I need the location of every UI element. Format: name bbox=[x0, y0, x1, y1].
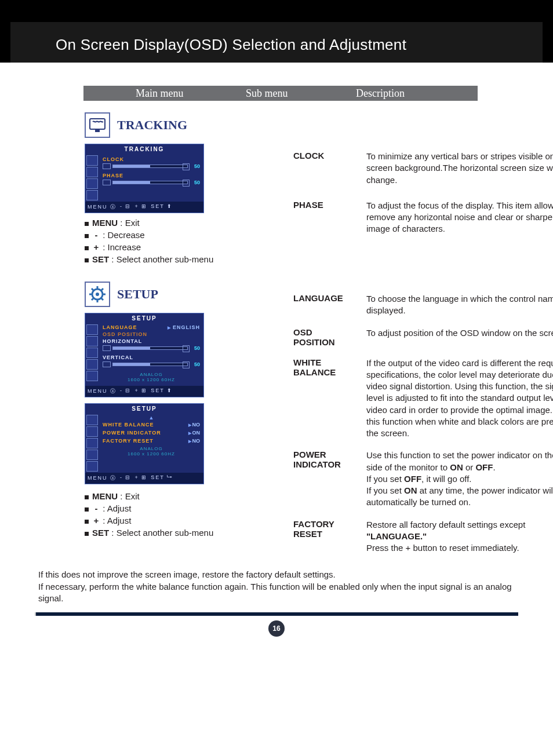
monitor-icon bbox=[85, 112, 110, 138]
col-main: Main menu bbox=[136, 86, 184, 101]
svg-line-7 bbox=[92, 288, 93, 290]
divider bbox=[35, 612, 518, 616]
sub-language-label: LANGUAGE bbox=[293, 293, 363, 317]
svg-line-9 bbox=[92, 298, 93, 300]
column-header-bar: Main menu Sub menu Description bbox=[83, 86, 478, 101]
svg-line-8 bbox=[101, 298, 103, 300]
sub-osdpos-desc: To adjust position of the OSD window on … bbox=[366, 327, 553, 347]
osd-clock-label: CLOCK bbox=[103, 156, 200, 162]
tracking-legend: MENU : Exit - : Decrease + : Increase SE… bbox=[85, 217, 293, 265]
osd-setup2-panel: SETUP ▲ WHITE BALANCENO POWER INDICATORO… bbox=[85, 403, 204, 484]
osd-footer-set: SET ⬆ bbox=[151, 203, 173, 211]
osd-phase-label: PHASE bbox=[103, 173, 200, 178]
setup-section: SETUP SETUP LANGUAGEENGLISH OSD POSITION… bbox=[85, 282, 518, 554]
tracking-left: TRACKING TRACKING CLOCK 50 PHASE 50 MENU… bbox=[85, 112, 293, 265]
page-title: On Screen Display(OSD) Selection and Adj… bbox=[56, 36, 406, 54]
osd-clock-value: 50 bbox=[190, 163, 200, 169]
page-number: 16 bbox=[268, 620, 285, 637]
sub-phase-desc: To adjust the focus of the display. This… bbox=[366, 200, 553, 235]
sub-phase-label: PHASE bbox=[293, 200, 363, 235]
sub-language-desc: To choose the language in which the cont… bbox=[366, 293, 553, 317]
osd-footer-minus: - ⊟ bbox=[120, 203, 132, 211]
setup-legend: MENU : Exit - : Adjust + : Adjust SET : … bbox=[85, 490, 293, 539]
svg-point-11 bbox=[96, 293, 99, 296]
svg-rect-1 bbox=[95, 130, 100, 132]
sub-fr-desc: Restore all factory default settings exc… bbox=[366, 519, 553, 554]
osd-footer-plus: + ⊞ bbox=[135, 203, 148, 211]
sub-clock-desc: To minimize any vertical bars or stripes… bbox=[366, 151, 553, 186]
sub-clock-label: CLOCK bbox=[293, 151, 363, 186]
col-desc: Description bbox=[356, 86, 405, 101]
osd-phase-value: 50 bbox=[190, 180, 200, 185]
page-number-wrap: 16 bbox=[0, 620, 553, 637]
content: Main menu Sub menu Description TRACKING … bbox=[0, 63, 553, 554]
sub-wb-label: WHITE BALANCE bbox=[293, 357, 363, 440]
osd2-title: SETUP bbox=[85, 404, 203, 414]
svg-line-10 bbox=[101, 288, 103, 290]
osd-setup1-panel: SETUP LANGUAGEENGLISH OSD POSITION HORIZ… bbox=[85, 313, 204, 397]
setup-left: SETUP SETUP LANGUAGEENGLISH OSD POSITION… bbox=[85, 282, 293, 545]
sub-osdpos-label: OSD POSITION bbox=[293, 327, 363, 347]
tracking-section: TRACKING TRACKING CLOCK 50 PHASE 50 MENU… bbox=[85, 112, 518, 265]
osd-title: TRACKING bbox=[85, 144, 203, 154]
gear-icon bbox=[85, 282, 110, 307]
col-sub: Sub menu bbox=[246, 86, 288, 101]
sub-fr-label: FACTORY RESET bbox=[293, 519, 363, 554]
footer-note: If this does not improve the screen imag… bbox=[38, 569, 515, 604]
sub-pi-label: POWER INDICATOR bbox=[293, 450, 363, 508]
osd-tracking-panel: TRACKING CLOCK 50 PHASE 50 MENU ⓧ - ⊟ + … bbox=[85, 144, 204, 213]
header-bar: On Screen Display(OSD) Selection and Adj… bbox=[0, 0, 553, 63]
sub-wb-desc: If the output of the video card is diffe… bbox=[366, 357, 553, 440]
osd1-title: SETUP bbox=[85, 313, 203, 323]
sub-pi-desc: Use this function to set the power indic… bbox=[366, 450, 553, 508]
tracking-title: TRACKING bbox=[117, 118, 187, 133]
osd-footer-menu: MENU ⓧ bbox=[88, 203, 117, 211]
setup-title: SETUP bbox=[117, 287, 158, 302]
svg-rect-0 bbox=[90, 119, 105, 129]
